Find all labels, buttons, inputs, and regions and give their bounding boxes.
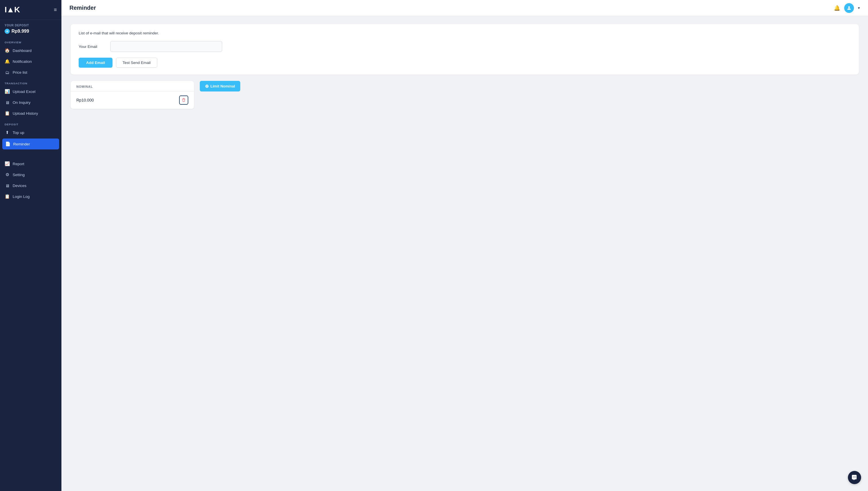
report-icon: 📈 xyxy=(5,161,10,166)
topup-icon: ⬆ xyxy=(5,130,10,135)
devices-icon: 🖥 xyxy=(5,183,10,188)
sidebar-item-label: Devices xyxy=(12,183,26,188)
gear-icon: ⚙ xyxy=(5,172,10,177)
avatar[interactable] xyxy=(844,3,854,13)
email-label: Your Email xyxy=(79,45,105,49)
log-icon: 📋 xyxy=(5,194,10,199)
sidebar: I▲K ≡ YOUR DEPOSIT + Rp9.999 OVERVIEW 🏠 … xyxy=(0,0,61,491)
sidebar-item-topup[interactable]: ⬆ Top up xyxy=(0,127,61,138)
list-icon: 🗂 xyxy=(5,70,10,75)
chat-bubble-button[interactable] xyxy=(848,471,861,484)
deposit-plus-icon: + xyxy=(5,29,10,34)
limit-nominal-button[interactable]: ⊕ Limit Nominal xyxy=(200,81,240,91)
excel-icon: 📊 xyxy=(5,89,10,94)
sidebar-item-label: Reminder xyxy=(13,142,30,146)
sidebar-item-label: On Inquiry xyxy=(12,100,30,105)
deposit-label: YOUR DEPOSIT xyxy=(5,24,57,27)
svg-point-2 xyxy=(854,476,855,477)
svg-point-3 xyxy=(856,476,856,477)
deposit-section: YOUR DEPOSIT + Rp9.999 xyxy=(0,20,61,37)
nominal-header: NOMINAL xyxy=(71,81,194,91)
home-icon: 🏠 xyxy=(5,48,10,53)
sidebar-item-devices[interactable]: 🖥 Devices xyxy=(0,180,61,191)
sidebar-item-upload-excel[interactable]: 📊 Upload Excel xyxy=(0,86,61,97)
sidebar-item-label: Setting xyxy=(12,173,25,177)
nominal-section: NOMINAL Rp10.000 ⊕ Limit Nomin xyxy=(71,81,859,109)
sidebar-item-label: Top up xyxy=(12,131,24,135)
deposit-value: Rp9.999 xyxy=(11,29,29,34)
page-title: Reminder xyxy=(70,5,96,11)
email-input[interactable] xyxy=(110,41,222,52)
sidebar-item-dashboard[interactable]: 🏠 Dashboard xyxy=(0,45,61,56)
deposit-amount: + Rp9.999 xyxy=(5,29,57,34)
logo-text: I▲K xyxy=(5,5,20,15)
section-deposit: DEPOSIT xyxy=(0,119,61,127)
svg-point-1 xyxy=(853,476,853,477)
section-overview: OVERVIEW xyxy=(0,37,61,45)
svg-point-0 xyxy=(848,6,850,8)
email-btn-row: Add Email Test Send Email xyxy=(79,58,851,68)
add-email-button[interactable]: Add Email xyxy=(79,58,112,68)
sidebar-item-label: Dashboard xyxy=(12,49,32,53)
sidebar-item-reminder[interactable]: 📄 Reminder xyxy=(2,139,59,149)
sidebar-item-upload-history[interactable]: 📋 Upload History xyxy=(0,108,61,119)
sidebar-item-label: Notification xyxy=(12,59,32,64)
sidebar-item-pricelist[interactable]: 🗂 Price list xyxy=(0,67,61,78)
inquiry-icon: 🖥 xyxy=(5,100,10,105)
topbar-right: 🔔 ▾ xyxy=(834,3,860,13)
reminder-icon: 📄 xyxy=(5,141,10,147)
topbar: Reminder 🔔 ▾ xyxy=(61,0,868,16)
sidebar-item-label: Upload History xyxy=(12,111,38,116)
sidebar-item-label: Login Log xyxy=(12,195,30,199)
hamburger-icon[interactable]: ≡ xyxy=(54,7,57,13)
sidebar-item-label: Report xyxy=(12,162,24,166)
bell-icon: 🔔 xyxy=(5,59,10,64)
chevron-down-icon[interactable]: ▾ xyxy=(858,6,860,10)
nominal-header-label: NOMINAL xyxy=(76,85,93,88)
delete-nominal-button[interactable] xyxy=(179,95,188,105)
history-icon: 📋 xyxy=(5,111,10,116)
nominal-value: Rp10.000 xyxy=(76,98,94,103)
email-row: Your Email xyxy=(79,41,851,52)
nominal-row: Rp10.000 xyxy=(71,91,194,109)
test-send-email-button[interactable]: Test Send Email xyxy=(116,58,157,68)
email-card: List of e-mail that will receive deposit… xyxy=(71,24,859,75)
section-transaction: TRANSACTION xyxy=(0,78,61,86)
sidebar-item-label: Price list xyxy=(12,70,27,75)
main: Reminder 🔔 ▾ List of e-mail that will re… xyxy=(61,0,868,491)
section-other xyxy=(0,150,61,158)
sidebar-item-setting[interactable]: ⚙ Setting xyxy=(0,169,61,180)
notification-icon[interactable]: 🔔 xyxy=(834,5,840,11)
nominal-table: NOMINAL Rp10.000 xyxy=(71,81,194,109)
nominal-card: NOMINAL Rp10.000 xyxy=(71,81,194,109)
sidebar-item-on-inquiry[interactable]: 🖥 On Inquiry xyxy=(0,97,61,108)
sidebar-item-loginlog[interactable]: 📋 Login Log xyxy=(0,191,61,202)
sidebar-item-label: Upload Excel xyxy=(12,89,35,94)
email-card-description: List of e-mail that will receive deposit… xyxy=(79,31,851,35)
content-area: List of e-mail that will receive deposit… xyxy=(61,16,868,491)
sidebar-item-report[interactable]: 📈 Report xyxy=(0,158,61,169)
plus-circle-icon: ⊕ xyxy=(205,83,209,89)
limit-btn-wrap: ⊕ Limit Nominal xyxy=(200,81,240,91)
sidebar-item-notification[interactable]: 🔔 Notification xyxy=(0,56,61,67)
limit-nominal-label: Limit Nominal xyxy=(210,84,235,88)
sidebar-logo: I▲K ≡ xyxy=(0,0,61,20)
